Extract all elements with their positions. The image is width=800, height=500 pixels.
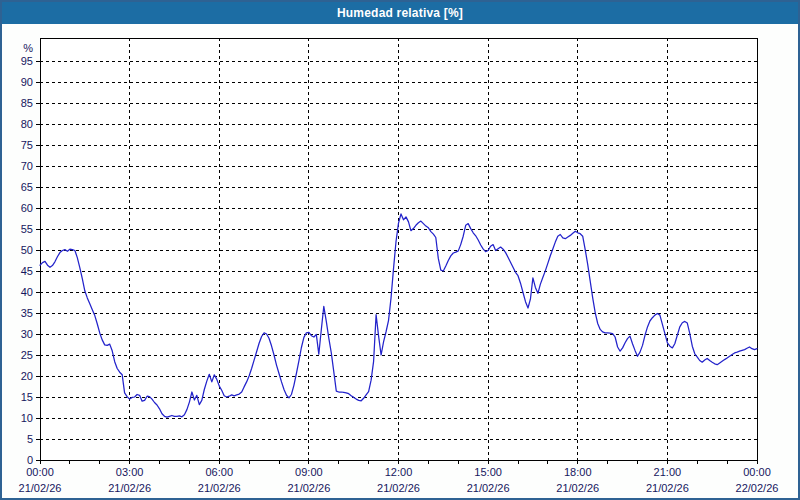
y-tick-label: 85 [21, 97, 33, 109]
x-tick-time-label: 18:00 [564, 466, 592, 478]
humidity-chart: 05101520253035404550556065707580859095%0… [2, 24, 798, 498]
y-tick-label: 25 [21, 349, 33, 361]
y-tick-label: 15 [21, 391, 33, 403]
x-tick-time-label: 21:00 [654, 466, 682, 478]
y-tick-label: 65 [21, 181, 33, 193]
y-tick-label: 50 [21, 244, 33, 256]
y-tick-label: 60 [21, 202, 33, 214]
y-tick-label: 30 [21, 328, 33, 340]
x-tick-date-label: 21/02/26 [646, 482, 689, 494]
chart-title: Humedad relativa [%] [337, 6, 463, 20]
y-axis-unit-label: % [23, 42, 33, 54]
y-tick-label: 75 [21, 139, 33, 151]
y-tick-label: 0 [27, 454, 33, 466]
y-tick-label: 20 [21, 370, 33, 382]
chart-title-bar: Humedad relativa [%] [2, 2, 798, 24]
y-tick-label: 45 [21, 265, 33, 277]
x-tick-date-label: 21/02/26 [198, 482, 241, 494]
x-tick-date-label: 21/02/26 [377, 482, 420, 494]
x-tick-time-label: 09:00 [295, 466, 323, 478]
x-tick-date-label: 21/02/26 [467, 482, 510, 494]
chart-area: 05101520253035404550556065707580859095%0… [2, 24, 798, 498]
y-tick-label: 5 [27, 433, 33, 445]
y-tick-label: 40 [21, 286, 33, 298]
x-tick-time-label: 00:00 [26, 466, 54, 478]
x-tick-date-label: 21/02/26 [287, 482, 330, 494]
chart-panel: { "title": "Humedad relativa [%]", "colo… [0, 0, 800, 500]
x-tick-date-label: 21/02/26 [556, 482, 599, 494]
y-tick-label: 10 [21, 412, 33, 424]
y-tick-label: 95 [21, 55, 33, 67]
x-tick-time-label: 03:00 [116, 466, 144, 478]
y-tick-label: 80 [21, 118, 33, 130]
y-tick-label: 90 [21, 76, 33, 88]
x-tick-time-label: 06:00 [205, 466, 233, 478]
x-tick-date-label: 21/02/26 [108, 482, 151, 494]
y-tick-label: 55 [21, 223, 33, 235]
y-tick-label: 35 [21, 307, 33, 319]
x-tick-time-label: 12:00 [385, 466, 413, 478]
x-tick-time-label: 00:00 [743, 466, 771, 478]
x-tick-date-label: 21/02/26 [19, 482, 62, 494]
y-tick-label: 70 [21, 160, 33, 172]
x-tick-date-label: 22/02/26 [736, 482, 779, 494]
x-tick-time-label: 15:00 [474, 466, 502, 478]
